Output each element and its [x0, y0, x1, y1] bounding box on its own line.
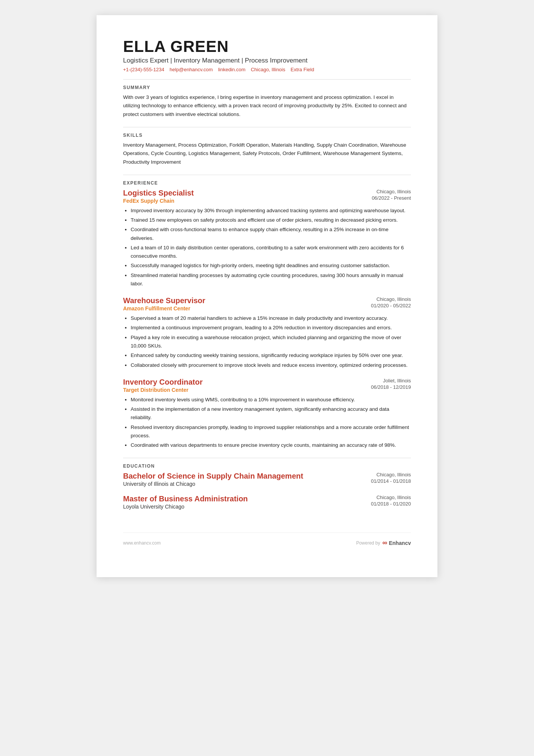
exp-bullet-1-0: Improved inventory accuracy by 30% throu…: [131, 207, 411, 215]
edu-title-2: Master of Business Administration: [123, 495, 248, 503]
edu-entry-1-header: Bachelor of Science in Supply Chain Mana…: [123, 472, 411, 487]
exp-bullets-3: Monitored inventory levels using WMS, co…: [131, 396, 411, 450]
exp-dates-1: 06/2022 - Present: [372, 195, 411, 201]
contact-phone: +1-(234)-555-1234: [123, 67, 164, 72]
exp-bullet-1-3: Led a team of 10 in daily distribution c…: [131, 244, 411, 261]
resume-page: ELLA GREEN Logistics Expert | Inventory …: [97, 15, 437, 577]
contact-linkedin: linkedin.com: [218, 67, 245, 72]
exp-bullet-1-1: Trained 15 new employees on safety proto…: [131, 216, 411, 224]
powered-by-label: Powered by: [356, 540, 380, 546]
candidate-name: ELLA GREEN: [123, 38, 411, 55]
exp-bullet-2-2: Played a key role in executing a warehou…: [131, 333, 411, 351]
contact-email: help@enhancv.com: [170, 67, 213, 72]
summary-label: SUMMARY: [123, 85, 411, 90]
logo-brand: Enhancv: [389, 540, 411, 546]
exp-entry-2-left: Warehouse Supervisor Amazon Fulfillment …: [123, 296, 205, 311]
edu-location-2: Chicago, Illinois: [371, 495, 411, 500]
exp-entry-1-left: Logistics Specialist FedEx Supply Chain: [123, 189, 194, 204]
contact-bar: +1-(234)-555-1234 help@enhancv.com linke…: [123, 67, 411, 72]
exp-bullet-1-2: Coordinated with cross-functional teams …: [131, 225, 411, 243]
exp-bullet-2-0: Supervised a team of 20 material handler…: [131, 314, 411, 322]
skills-divider: [123, 175, 411, 175]
exp-title-2: Warehouse Supervisor: [123, 296, 205, 305]
education-section: EDUCATION Bachelor of Science in Supply …: [123, 463, 411, 510]
exp-entry-1-header: Logistics Specialist FedEx Supply Chain …: [123, 189, 411, 204]
footer-website: www.enhancv.com: [123, 540, 161, 546]
edu-entry-1: Bachelor of Science in Supply Chain Mana…: [123, 472, 411, 487]
footer: www.enhancv.com Powered by ∞ Enhancv: [123, 532, 411, 547]
edu-meta-1: Chicago, Illinois 01/2014 - 01/2018: [371, 472, 411, 484]
exp-bullet-1-4: Successfully managed logistics for high-…: [131, 261, 411, 270]
summary-section: SUMMARY With over 3 years of logistics e…: [123, 85, 411, 119]
exp-bullet-3-2: Resolved inventory discrepancies promptl…: [131, 423, 411, 440]
exp-bullet-2-4: Collaborated closely with procurement to…: [131, 361, 411, 369]
exp-dates-3: 06/2018 - 12/2019: [371, 384, 411, 390]
exp-bullet-3-1: Assisted in the implementation of a new …: [131, 405, 411, 422]
experience-section: EXPERIENCE Logistics Specialist FedEx Su…: [123, 180, 411, 450]
exp-location-3: Joliet, Illinois: [371, 378, 411, 383]
edu-entry-2: Master of Business Administration Loyola…: [123, 495, 411, 510]
exp-company-1: FedEx Supply Chain: [123, 198, 194, 204]
exp-entry-3: Inventory Coordinator Target Distributio…: [123, 378, 411, 450]
exp-location-2: Chicago, Illinois: [371, 296, 411, 302]
exp-entry-2-header: Warehouse Supervisor Amazon Fulfillment …: [123, 296, 411, 311]
exp-meta-2: Chicago, Illinois 01/2020 - 05/2022: [371, 296, 411, 308]
enhancv-logo: ∞ Enhancv: [383, 539, 411, 547]
summary-text: With over 3 years of logistics experienc…: [123, 93, 411, 119]
header-divider: [123, 79, 411, 80]
powered-by-section: Powered by ∞ Enhancv: [356, 539, 411, 547]
exp-bullet-2-3: Enhanced safety by conducting weekly tra…: [131, 351, 411, 360]
exp-title-1: Logistics Specialist: [123, 189, 194, 197]
exp-entry-1: Logistics Specialist FedEx Supply Chain …: [123, 189, 411, 288]
education-label: EDUCATION: [123, 463, 411, 469]
edu-title-1: Bachelor of Science in Supply Chain Mana…: [123, 472, 303, 481]
exp-entry-3-header: Inventory Coordinator Target Distributio…: [123, 378, 411, 393]
skills-text: Inventory Management, Process Optimizati…: [123, 141, 411, 166]
exp-entry-3-left: Inventory Coordinator Target Distributio…: [123, 378, 203, 393]
edu-dates-1: 01/2014 - 01/2018: [371, 478, 411, 484]
edu-meta-2: Chicago, Illinois 01/2018 - 01/2020: [371, 495, 411, 507]
edu-entry-2-left: Master of Business Administration Loyola…: [123, 495, 248, 510]
experience-divider: [123, 458, 411, 458]
edu-institution-2: Loyola University Chicago: [123, 504, 248, 510]
exp-meta-1: Chicago, Illinois 06/2022 - Present: [372, 189, 411, 201]
summary-divider: [123, 127, 411, 127]
exp-bullets-1: Improved inventory accuracy by 30% throu…: [131, 207, 411, 288]
edu-institution-1: University of Illinois at Chicago: [123, 481, 303, 487]
header: ELLA GREEN Logistics Expert | Inventory …: [123, 38, 411, 72]
exp-company-2: Amazon Fulfillment Center: [123, 305, 205, 311]
candidate-title: Logistics Expert | Inventory Management …: [123, 57, 411, 64]
exp-bullet-2-1: Implemented a continuous improvement pro…: [131, 324, 411, 332]
edu-entry-1-left: Bachelor of Science in Supply Chain Mana…: [123, 472, 303, 487]
logo-symbol: ∞: [383, 539, 387, 547]
edu-entry-2-header: Master of Business Administration Loyola…: [123, 495, 411, 510]
exp-bullet-3-3: Coordinated with various departments to …: [131, 441, 411, 449]
experience-label: EXPERIENCE: [123, 180, 411, 186]
exp-bullet-3-0: Monitored inventory levels using WMS, co…: [131, 396, 411, 404]
edu-dates-2: 01/2018 - 01/2020: [371, 501, 411, 507]
skills-section: SKILLS Inventory Management, Process Opt…: [123, 133, 411, 166]
exp-company-3: Target Distribution Center: [123, 387, 203, 393]
exp-location-1: Chicago, Illinois: [372, 189, 411, 194]
exp-bullets-2: Supervised a team of 20 material handler…: [131, 314, 411, 369]
exp-dates-2: 01/2020 - 05/2022: [371, 303, 411, 308]
exp-bullet-1-5: Streamlined material handling processes …: [131, 271, 411, 288]
contact-location: Chicago, Illinois: [251, 67, 285, 72]
exp-title-3: Inventory Coordinator: [123, 378, 203, 387]
skills-label: SKILLS: [123, 133, 411, 138]
exp-meta-3: Joliet, Illinois 06/2018 - 12/2019: [371, 378, 411, 390]
exp-entry-2: Warehouse Supervisor Amazon Fulfillment …: [123, 296, 411, 369]
edu-location-1: Chicago, Illinois: [371, 472, 411, 477]
contact-extra: Extra Field: [290, 67, 314, 72]
